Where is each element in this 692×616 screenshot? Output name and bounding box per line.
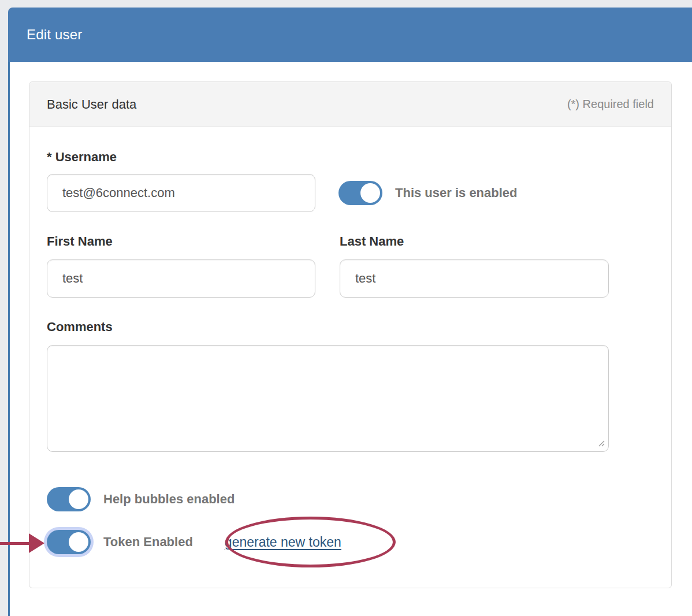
username-input[interactable]	[47, 174, 315, 212]
first-name-group: First Name	[47, 234, 315, 298]
username-label: * Username	[47, 150, 654, 165]
comments-label: Comments	[47, 320, 654, 335]
help-bubbles-toggle[interactable]	[47, 487, 91, 511]
basic-user-data-panel: Basic User data (*) Required field * Use…	[29, 81, 672, 588]
token-enabled-row: Token Enabled generate new token	[47, 530, 654, 554]
token-enabled-toggle[interactable]	[47, 530, 91, 554]
last-name-label: Last Name	[340, 234, 609, 249]
last-name-input[interactable]	[340, 259, 609, 298]
dialog-header: Edit user	[8, 8, 692, 62]
comments-wrap	[47, 345, 609, 452]
user-enabled-toggle[interactable]	[338, 181, 382, 205]
required-field-note: (*) Required field	[567, 98, 654, 111]
edit-user-dialog: Edit user Basic User data (*) Required f…	[8, 8, 692, 616]
help-bubbles-row: Help bubbles enabled	[47, 487, 654, 511]
panel-title: Basic User data	[47, 97, 136, 112]
help-bubbles-label: Help bubbles enabled	[103, 492, 235, 507]
toggle-knob	[360, 183, 380, 203]
first-name-label: First Name	[47, 234, 315, 249]
page: Edit user Basic User data (*) Required f…	[0, 0, 692, 616]
first-name-input[interactable]	[47, 259, 315, 298]
token-enabled-label: Token Enabled	[103, 535, 193, 550]
toggle-knob	[69, 489, 88, 509]
generate-new-token-link[interactable]: generate new token	[225, 535, 341, 550]
comments-textarea[interactable]	[47, 345, 609, 452]
panel-header: Basic User data (*) Required field	[29, 82, 671, 127]
username-row: This user is enabled	[47, 174, 654, 212]
page-title: Edit user	[27, 27, 83, 43]
name-fields-row: First Name Last Name	[47, 234, 654, 298]
toggle-knob	[69, 532, 88, 552]
dialog-body: Basic User data (*) Required field * Use…	[8, 62, 692, 616]
panel-body: * Username This user is enabled First Na…	[29, 127, 671, 554]
user-enabled-label: This user is enabled	[395, 185, 518, 201]
last-name-group: Last Name	[340, 234, 609, 298]
